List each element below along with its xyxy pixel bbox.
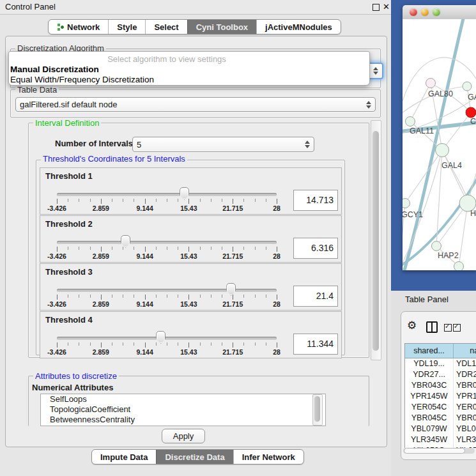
major-tick	[101, 342, 102, 348]
close-icon[interactable]: ✕	[383, 2, 390, 12]
table-cell: YDR27	[454, 369, 476, 380]
minor-tick	[90, 199, 91, 202]
node-top-right[interactable]	[463, 82, 472, 91]
node-gal11[interactable]	[406, 117, 415, 127]
minor-tick	[123, 199, 123, 202]
node-red[interactable]	[466, 107, 476, 118]
minor-tick	[123, 295, 123, 298]
major-tick	[145, 295, 146, 300]
attributes-scrollbar-thumb[interactable]	[314, 396, 320, 422]
minimize-traffic-light-icon[interactable]	[421, 8, 429, 16]
main-scrollbar[interactable]	[371, 120, 381, 360]
table-cell: YBR043C	[405, 380, 454, 391]
apply-button[interactable]: Apply	[162, 429, 205, 443]
minor-tick	[112, 342, 112, 346]
threshold-value-field[interactable]: 11.344	[293, 334, 338, 355]
column-header-name[interactable]: name	[454, 344, 476, 358]
attribute-item-selfloops[interactable]: SelfLoops	[41, 394, 325, 404]
main-scrollbar-thumb[interactable]	[372, 131, 379, 351]
node-gcy1[interactable]	[403, 199, 410, 208]
network-window-titlebar[interactable]	[403, 5, 476, 20]
slider-track[interactable]	[57, 193, 277, 196]
edge[interactable]	[459, 203, 468, 266]
threshold-slider[interactable]: -3.4262.8599.14415.4321.71528	[57, 186, 277, 213]
column-header-shared[interactable]: shared...	[405, 344, 454, 358]
major-tick	[57, 247, 58, 252]
tab-discretize-data[interactable]: Discretize Data	[156, 450, 233, 464]
node-table[interactable]: shared...nameYDL19...YDL19YDR27...YDR27Y…	[404, 343, 476, 448]
threshold-label: Threshold 4	[45, 315, 93, 325]
attributes-scrollbar[interactable]	[312, 394, 323, 426]
slider-handle[interactable]	[180, 187, 189, 200]
checkbox-select-icon[interactable]	[444, 324, 452, 332]
minor-tick	[79, 342, 79, 346]
node-gal4[interactable]	[436, 144, 449, 157]
table-row[interactable]: YBL079WYBL07	[405, 424, 476, 434]
slider-handle[interactable]	[156, 331, 165, 344]
dropdown-item-manual-discretization[interactable]: Manual Discretization	[10, 65, 99, 74]
edge[interactable]	[442, 112, 471, 150]
dropdown-item-equal-width-frequency-discretization[interactable]: Equal Width/Frequency Discretization	[10, 75, 154, 84]
minor-tick	[266, 199, 266, 202]
slider-handle[interactable]	[121, 235, 130, 248]
table-row[interactable]: YBR045CYBR04	[405, 413, 476, 424]
minor-tick	[266, 342, 266, 346]
attribute-item-topologicalcoefficient[interactable]: TopologicalCoefficient	[41, 404, 325, 415]
slider-track[interactable]	[57, 337, 277, 340]
edge[interactable]	[410, 83, 431, 121]
minor-tick	[156, 199, 157, 202]
node-hap2[interactable]	[432, 242, 441, 251]
numerical-attributes-list[interactable]: SelfLoopsTopologicalCoefficientBetweenne…	[40, 394, 326, 426]
checkbox-select-all-icon[interactable]	[453, 324, 461, 332]
major-tick	[233, 247, 233, 252]
table-hscrollbar[interactable]	[403, 448, 475, 454]
table-cell: YPR14	[454, 391, 476, 402]
combo-spinner-icon	[372, 66, 378, 75]
threshold-value-field[interactable]: 14.713	[293, 190, 338, 211]
network-canvas[interactable]: GAL80GACGAL11GAL4GCY1HHAP2	[403, 19, 476, 270]
threshold-value-field[interactable]: 6.316	[293, 238, 338, 259]
table-row[interactable]: YPR145WYPR14	[405, 391, 476, 402]
slider-handle[interactable]	[226, 283, 236, 296]
tab-infer-network[interactable]: Infer Network	[233, 450, 303, 464]
close-traffic-light-icon[interactable]	[410, 8, 417, 16]
tick-label: 9.144	[130, 348, 160, 356]
columns-icon[interactable]	[426, 321, 438, 333]
tick-label: 15.43	[174, 348, 203, 356]
minor-tick	[167, 247, 167, 250]
slider-track[interactable]	[57, 241, 277, 244]
slider-track[interactable]	[57, 289, 277, 292]
node-gcy1-label: GCY1	[403, 210, 423, 219]
table-row[interactable]: YBR043CYBR04	[405, 380, 476, 391]
minor-tick	[134, 295, 134, 298]
table-hscrollbar-thumb[interactable]	[404, 448, 465, 454]
table-cell: YBR04	[454, 413, 476, 424]
table-row[interactable]: YDL19...YDL19	[405, 358, 476, 369]
table-row[interactable]: YER054CYER05	[405, 402, 476, 413]
threshold-slider[interactable]: -3.4262.8599.14415.4321.71528	[57, 282, 277, 309]
threshold-label: Threshold 3	[45, 267, 93, 277]
major-tick	[145, 342, 146, 348]
node-bottom[interactable]	[454, 262, 464, 271]
zoom-traffic-light-icon[interactable]	[433, 8, 440, 16]
node-gal80[interactable]	[426, 79, 436, 88]
attribute-item-betweennesscentrality[interactable]: BetweennessCentrality	[41, 415, 325, 425]
table-row[interactable]: YLR345WYLR34	[405, 434, 476, 445]
tab-impute-data[interactable]: Impute Data	[92, 450, 156, 464]
float-window-icon[interactable]	[372, 4, 380, 11]
threshold-value-field[interactable]: 21.4	[293, 286, 338, 307]
node-red-label: C	[470, 117, 476, 126]
gear-icon[interactable]: ⚙	[407, 319, 417, 332]
minor-tick	[123, 342, 123, 346]
minor-tick	[68, 295, 68, 298]
threshold-slider[interactable]: -3.4262.8599.14415.4321.71528	[57, 330, 277, 357]
threshold-slider[interactable]: -3.4262.8599.14415.4321.71528	[57, 234, 277, 261]
table-row[interactable]: YDR27...YDR27	[405, 369, 476, 380]
major-tick	[188, 247, 189, 252]
node-hap2-label: HAP2	[438, 251, 459, 260]
minor-tick	[255, 342, 256, 346]
thick-edge[interactable]	[404, 19, 464, 270]
minor-tick	[222, 199, 222, 202]
minor-tick	[112, 247, 112, 250]
tick-label: 28	[262, 348, 291, 356]
